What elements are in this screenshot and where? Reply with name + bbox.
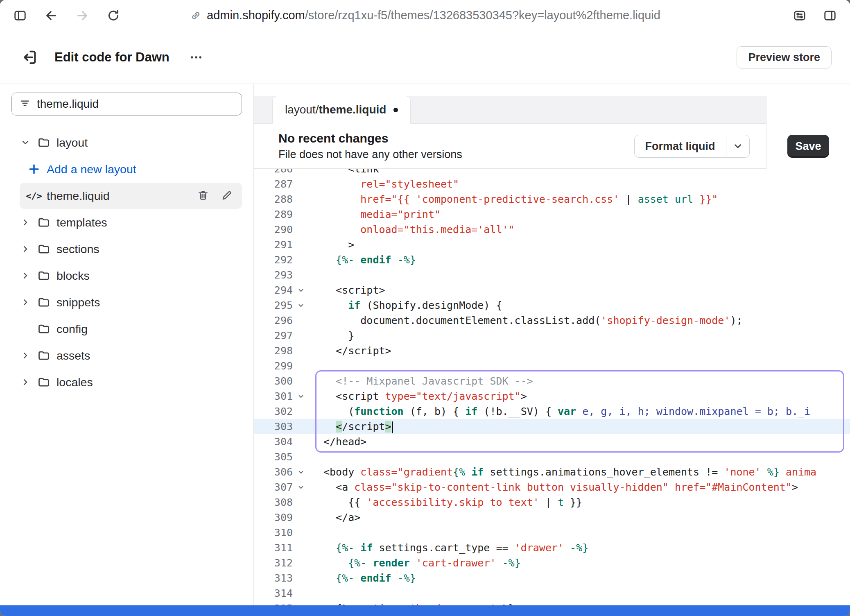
code-icon: </> [25,191,43,201]
url-path: /store/rzq1xu-f5/themes/132683530345?key… [305,9,660,22]
code-line-304[interactable]: 304</head> [254,434,850,449]
tree-item-label: layout [57,136,88,149]
gutter: 300 [254,375,315,387]
line-number: 314 [254,587,293,599]
folder-icon [34,322,53,335]
folder-item-snippets[interactable]: snippets [11,289,242,315]
folder-item-sections[interactable]: sections [11,236,242,262]
back-arrow-icon[interactable] [42,6,61,25]
folder-item-locales[interactable]: locales [11,369,242,395]
code-line-301[interactable]: 301 <script type="text/javascript"> [254,389,850,404]
folder-item-blocks[interactable]: blocks [11,263,242,289]
chevron-right-icon[interactable] [16,297,34,307]
code-line-305[interactable]: 305 [254,449,850,464]
code-line-298[interactable]: 298 </script> [254,343,850,358]
save-button[interactable]: Save [787,135,829,158]
chevron-down-icon[interactable] [726,135,749,157]
chevron-right-icon[interactable] [16,377,34,387]
code-line-308[interactable]: 308 {{ 'accessibility.skip_to_text' | t … [254,495,850,510]
code-line-313[interactable]: 313 {%- endif -%} [254,571,850,586]
url-host: admin.shopify.com [207,9,305,22]
gutter: 299 [254,360,315,372]
folder-icon [34,242,53,256]
code-line-286[interactable]: 286 <link [254,169,850,177]
folder-item-templates[interactable]: templates [11,209,242,236]
code-line-309[interactable]: 309 </a> [254,510,850,525]
code-line-310[interactable]: 310 [254,525,850,540]
code-line-302[interactable]: 302 (function (f, b) { if (!b.__SV) { va… [254,404,850,419]
fold-chevron-icon[interactable] [293,393,309,400]
fold-chevron-icon[interactable] [293,469,309,476]
code-line-296[interactable]: 296 document.documentElement.classList.a… [254,313,850,328]
chevron-right-icon[interactable] [16,217,34,227]
file-search-input[interactable] [37,97,234,111]
url-bar[interactable]: admin.shopify.com/store/rzq1xu-f5/themes… [190,9,660,22]
gutter: 293 [254,269,315,281]
more-options-icon[interactable] [187,48,206,67]
sidebar-toggle-icon[interactable] [11,6,29,25]
chevron-right-icon[interactable] [16,271,34,281]
code-lines: 286 <link287 rel="stylesheet"288 href="{… [254,169,850,605]
gutter: 307 [254,481,315,493]
pencil-icon[interactable] [221,189,234,202]
code-line-288[interactable]: 288 href="{{ 'component-predictive-searc… [254,192,850,207]
tab-theme-liquid[interactable]: layout/theme.liquid [272,96,411,124]
code-line-312[interactable]: 312 {%- render 'cart-drawer' -%} [254,555,850,571]
code-line-315[interactable]: 315 {% sections 'header-group' %} [254,601,850,605]
chevron-down-icon[interactable] [16,138,34,147]
app-header: Edit code for Dawn Preview store [0,31,850,84]
code-line-295[interactable]: 295 if (Shopify.designMode) { [254,298,850,313]
code-text: </head> [315,434,366,449]
chrome-nav-controls [11,6,123,25]
exit-icon[interactable] [18,47,40,68]
file-search[interactable] [11,93,242,116]
code-line-299[interactable]: 299 [254,358,850,374]
code-line-291[interactable]: 291 > [254,237,850,252]
panel-right-icon[interactable] [821,6,839,25]
folder-item-assets[interactable]: assets [11,342,242,369]
tree-item-label: Add a new layout [47,163,136,176]
forward-arrow-icon[interactable] [73,6,92,25]
chevron-right-icon[interactable] [16,244,34,254]
gutter: 288 [254,193,315,205]
chevron-right-icon[interactable] [16,351,34,360]
code-line-289[interactable]: 289 media="print" [254,207,850,222]
code-line-290[interactable]: 290 onload="this.media='all'" [254,222,850,237]
line-number: 299 [254,360,293,372]
preview-store-button[interactable]: Preview store [737,46,832,68]
add-new-layout-button[interactable]: Add a new layout [20,156,242,182]
link-icon [190,9,202,22]
chrome-right-controls [790,6,839,25]
code-line-294[interactable]: 294 <script> [254,283,850,298]
code-text: <script type="text/javascript"> [315,389,527,404]
code-line-306[interactable]: 306<body class="gradient{% if settings.a… [254,464,850,480]
trash-icon[interactable] [197,189,210,202]
extensions-icon[interactable] [790,6,809,25]
folder-item-config[interactable]: config [11,316,242,342]
filter-icon [19,97,31,111]
folder-item-layout[interactable]: layout [11,129,242,156]
format-liquid-button[interactable]: Format liquid [634,135,750,158]
code-text: media="print" [315,207,441,222]
code-line-307[interactable]: 307 <a class="skip-to-content-link butto… [254,480,850,495]
file-item-theme.liquid[interactable]: </>theme.liquid [20,183,242,209]
line-number: 312 [254,557,293,569]
code-line-292[interactable]: 292 {%- endif -%} [254,252,850,267]
fold-chevron-icon[interactable] [293,287,309,294]
reload-icon[interactable] [104,6,123,25]
code-editor[interactable]: 286 <link287 rel="stylesheet"288 href="{… [254,169,850,605]
folder-icon [34,269,53,282]
code-line-297[interactable]: 297 } [254,328,850,343]
fold-chevron-icon[interactable] [293,302,309,309]
line-number: 287 [254,178,293,190]
code-text: </script> [315,343,391,358]
code-line-300[interactable]: 300 <!-- Mixpanel Javascript SDK --> [254,374,850,389]
tree-item-label: theme.liquid [47,189,110,203]
code-line-287[interactable]: 287 rel="stylesheet" [254,177,850,192]
fold-chevron-icon[interactable] [293,484,309,491]
code-line-293[interactable]: 293 [254,267,850,283]
code-line-314[interactable]: 314 [254,586,850,601]
code-line-303[interactable]: 303 </script> [254,419,850,434]
code-line-311[interactable]: 311 {%- if settings.cart_type == 'drawer… [254,540,850,555]
gutter: 303 [254,421,315,433]
